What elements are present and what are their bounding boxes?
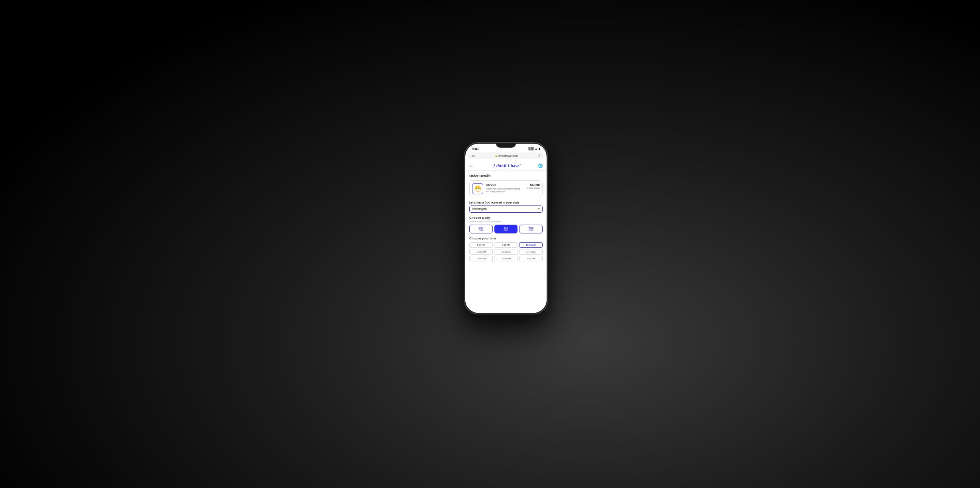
order-card: 😷 COVID Online visit, labs and meds orde… bbox=[469, 180, 543, 197]
state-section: Let's find a Doc licensed in your state … bbox=[469, 201, 543, 213]
order-info: COVID Online visit, labs and meds ordere… bbox=[486, 183, 524, 193]
time-button-9-15-AM[interactable]: 9:15 AM bbox=[494, 242, 518, 248]
app-logo: I thinK I have˚ bbox=[476, 164, 538, 168]
url-display: 🔒 ithinkihave.com bbox=[495, 154, 518, 157]
time-section-label: Choose your time bbox=[469, 237, 543, 240]
day-section-sublabel: Schedule up to 72hrs in advance bbox=[469, 220, 543, 223]
phone-shell: 9:41 ▐▐▐ ▲ ▮ aA 🔒 ithinkihave.com ↺ bbox=[464, 142, 548, 314]
phone-screen: 9:41 ▐▐▐ ▲ ▮ aA 🔒 ithinkihave.com ↺ bbox=[465, 144, 547, 313]
reader-mode-button[interactable]: aA bbox=[472, 154, 475, 157]
order-product-name: COVID bbox=[486, 183, 524, 187]
app-content: ← I thinK I have˚ 🌐 Order Details 😷 COVI… bbox=[465, 161, 547, 313]
order-product-icon: 😷 bbox=[472, 183, 483, 194]
time-button-12-00-PM[interactable]: 12:00 PM bbox=[469, 256, 493, 261]
day-button-tue[interactable]: Tue6/01 bbox=[494, 225, 518, 233]
time-button-1-00-PM[interactable]: 1:00 PM bbox=[519, 256, 543, 261]
time-button-11-00-AM[interactable]: 11:00 AM bbox=[469, 249, 493, 255]
url-text: ithinkihave.com bbox=[498, 154, 518, 157]
battery-icon: ▮ bbox=[539, 147, 540, 150]
time-button-11-15-AM[interactable]: 11:15 AM bbox=[494, 249, 518, 255]
wifi-icon: ▲ bbox=[535, 147, 537, 150]
status-icons: ▐▐▐ ▲ ▮ bbox=[527, 147, 540, 150]
time-section: Choose your time 9:00 AM9:15 AM10:30 AM1… bbox=[469, 237, 543, 261]
order-description: Online visit, labs and meds ordered, and… bbox=[486, 188, 524, 193]
globe-icon[interactable]: 🌐 bbox=[538, 164, 543, 168]
time-button-9-00-AM[interactable]: 9:00 AM bbox=[469, 242, 493, 248]
url-bar[interactable]: aA 🔒 ithinkihave.com ↺ bbox=[468, 152, 543, 159]
time-button-12-30-PM[interactable]: 12:30 PM bbox=[494, 256, 518, 261]
day-section: Choose a day Schedule up to 72hrs in adv… bbox=[469, 216, 543, 233]
day-button-wed[interactable]: Wed6/02 bbox=[519, 225, 543, 233]
day-options: Mon5/31Tue6/01Wed6/02 bbox=[469, 225, 543, 233]
chevron-down-icon: ▾ bbox=[538, 207, 540, 211]
order-price: $69.00 or your copay bbox=[527, 183, 540, 189]
time-button-10-30-AM[interactable]: 10:30 AM bbox=[519, 242, 543, 248]
covid-emoji: 😷 bbox=[474, 186, 481, 192]
refresh-button[interactable]: ↺ bbox=[537, 154, 540, 158]
state-label: Let's find a Doc licensed in your state bbox=[469, 201, 543, 204]
time-grid: 9:00 AM9:15 AM10:30 AM11:00 AM11:15 AM11… bbox=[469, 242, 543, 261]
time-button-11-45-AM[interactable]: 11:45 AM bbox=[519, 249, 543, 255]
order-price-main: $69.00 bbox=[527, 183, 540, 187]
order-details-title: Order Details bbox=[469, 174, 543, 178]
back-button[interactable]: ← bbox=[469, 163, 474, 169]
app-header: ← I thinK I have˚ 🌐 bbox=[465, 161, 547, 171]
signal-icon: ▐▐▐ bbox=[527, 147, 533, 150]
phone-notch bbox=[496, 144, 516, 148]
order-price-sub: or your copay bbox=[527, 187, 540, 189]
phone-wrapper: 9:41 ▐▐▐ ▲ ▮ aA 🔒 ithinkihave.com ↺ bbox=[464, 142, 548, 314]
day-section-label: Choose a day bbox=[469, 216, 543, 219]
state-select[interactable]: Washington ▾ bbox=[469, 205, 543, 213]
status-time: 9:41 bbox=[472, 147, 479, 151]
lock-icon: 🔒 bbox=[495, 154, 498, 157]
state-selected-value: Washington bbox=[472, 207, 487, 210]
day-button-mon[interactable]: Mon5/31 bbox=[469, 225, 493, 233]
page-body: Order Details 😷 COVID Online visit, labs… bbox=[465, 171, 547, 268]
